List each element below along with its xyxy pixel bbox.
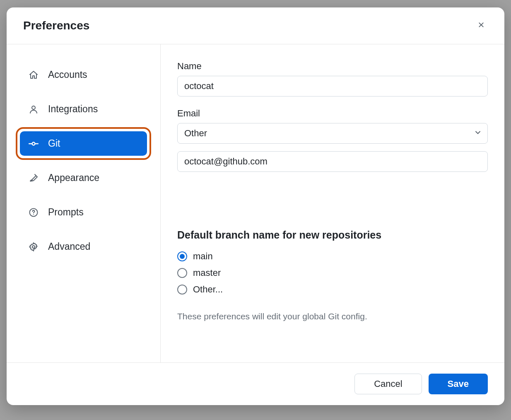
preferences-dialog: Preferences Accounts [7, 7, 504, 405]
dialog-footer: Cancel Save [7, 362, 504, 405]
branch-option-label: master [193, 268, 221, 278]
sidebar-item-appearance[interactable]: Appearance [20, 166, 147, 190]
svg-point-6 [32, 246, 35, 248]
person-icon [28, 104, 39, 115]
sidebar-item-label: Accounts [48, 69, 87, 80]
git-commit-icon [28, 138, 39, 149]
dialog-header: Preferences [7, 7, 504, 44]
name-input[interactable] [177, 76, 488, 97]
sidebar-item-integrations[interactable]: Integrations [20, 97, 147, 121]
sidebar-item-appearance-wrap: Appearance [16, 162, 151, 194]
close-icon [477, 21, 485, 31]
sidebar-item-advanced-wrap: Advanced [16, 230, 151, 263]
sidebar-item-accounts[interactable]: Accounts [20, 63, 147, 87]
email-select-wrap: Other [177, 123, 488, 144]
sidebar-item-git-wrap: Git [16, 127, 151, 160]
email-select[interactable]: Other [177, 123, 488, 144]
sidebar-item-prompts[interactable]: Prompts [20, 200, 147, 224]
sidebar-item-prompts-wrap: Prompts [16, 196, 151, 229]
sidebar-item-advanced[interactable]: Advanced [20, 234, 147, 259]
sidebar-item-label: Advanced [48, 241, 90, 252]
branch-option-label: Other... [193, 284, 223, 295]
branch-option-other[interactable]: Other... [177, 284, 488, 295]
save-button[interactable]: Save [429, 374, 488, 394]
sidebar-item-label: Prompts [48, 207, 84, 218]
sidebar-item-label: Appearance [48, 172, 99, 183]
email-label: Email [177, 108, 488, 119]
gear-icon [28, 241, 39, 252]
helper-text: These preferences will edit your global … [177, 311, 488, 321]
sidebar-item-accounts-wrap: Accounts [16, 58, 151, 91]
branch-option-master[interactable]: master [177, 268, 488, 278]
sidebar-item-git[interactable]: Git [20, 131, 147, 156]
branch-option-label: main [193, 251, 213, 262]
main-panel: Name Email Other Default branch name for… [161, 44, 504, 362]
radio-icon [177, 251, 187, 261]
sidebar-item-integrations-wrap: Integrations [16, 93, 151, 126]
sidebar-item-label: Integrations [48, 104, 98, 115]
cancel-button[interactable]: Cancel [354, 374, 422, 394]
close-button[interactable] [475, 19, 488, 32]
email-input[interactable] [177, 151, 488, 172]
question-circle-icon [28, 207, 39, 218]
svg-point-0 [32, 106, 35, 109]
home-icon [28, 70, 39, 80]
default-branch-heading: Default branch name for new repositories [177, 229, 488, 241]
branch-option-main[interactable]: main [177, 251, 488, 262]
dialog-title: Preferences [23, 19, 89, 32]
name-label: Name [177, 61, 488, 72]
paintbrush-icon [28, 173, 39, 183]
radio-icon [177, 285, 187, 294]
sidebar-item-label: Git [48, 138, 60, 149]
sidebar: Accounts Integrations Git [7, 44, 161, 362]
radio-icon [177, 268, 187, 278]
dialog-body: Accounts Integrations Git [7, 44, 504, 362]
